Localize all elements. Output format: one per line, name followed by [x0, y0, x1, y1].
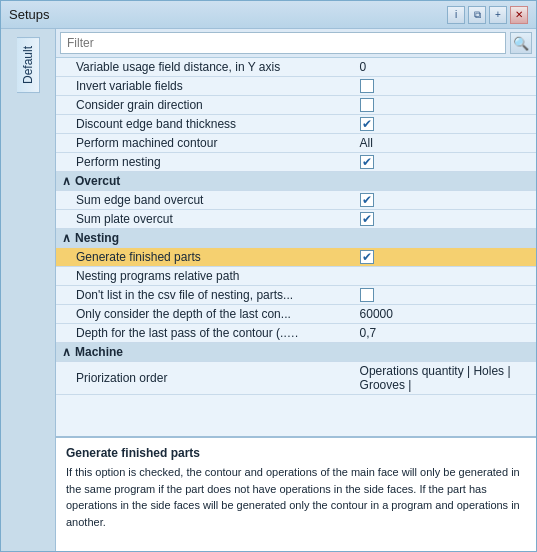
checkbox-checked-icon[interactable]: ✔ [360, 193, 374, 207]
table-row: Variable usage field distance, in Y axis… [56, 58, 536, 77]
table-row: Consider grain direction [56, 96, 536, 115]
section-header: ∧Machine [56, 343, 536, 362]
description-text: If this option is checked, the contour a… [66, 464, 526, 530]
value-cell: All [354, 134, 536, 153]
checkbox-unchecked-icon[interactable] [360, 288, 374, 302]
title-bar-buttons: i ⧉ + ✕ [447, 6, 528, 24]
table-row: Don't list in the csv file of nesting, p… [56, 286, 536, 305]
table-row: ➤ Generate finished parts ✔ [56, 248, 536, 267]
checkbox-checked-icon[interactable]: ✔ [360, 212, 374, 226]
filter-input[interactable] [60, 32, 506, 54]
setting-label: Perform nesting [56, 153, 354, 172]
setting-label: Depth for the last pass of the contour (… [56, 324, 354, 343]
setting-label: Nesting programs relative path [56, 267, 354, 286]
checkbox-cell[interactable]: ✔ [354, 248, 536, 267]
setting-label: Discount edge band thickness [56, 115, 354, 134]
section-label: ∧Nesting [56, 229, 536, 248]
checkbox-checked-icon[interactable]: ✔ [360, 155, 374, 169]
table-row: Only consider the depth of the last con.… [56, 305, 536, 324]
section-label: ∧Overcut [56, 172, 536, 191]
checkbox-unchecked-icon[interactable] [360, 98, 374, 112]
table-row: Priorization order Operations quantity |… [56, 362, 536, 395]
value-cell [354, 267, 536, 286]
table-row: Perform machined contour All [56, 134, 536, 153]
value-cell: 0 [354, 58, 536, 77]
setting-label: Sum edge band overcut [56, 191, 354, 210]
setting-label: Variable usage field distance, in Y axis [56, 58, 354, 77]
settings-table-container[interactable]: Variable usage field distance, in Y axis… [56, 58, 536, 436]
table-row: Depth for the last pass of the contour (… [56, 324, 536, 343]
table-row: Sum plate overcut ✔ [56, 210, 536, 229]
main-panel: 🔍 Variable usage field distance, in Y ax… [56, 29, 536, 551]
description-title: Generate finished parts [66, 446, 526, 460]
setting-label: Consider grain direction [56, 96, 354, 115]
section-header: ∧Nesting [56, 229, 536, 248]
checkbox-cell[interactable] [354, 96, 536, 115]
table-row: Perform nesting ✔ [56, 153, 536, 172]
section-header: ∧Overcut [56, 172, 536, 191]
table-row: Sum edge band overcut ✔ [56, 191, 536, 210]
table-row: Invert variable fields [56, 77, 536, 96]
checkbox-unchecked-icon[interactable] [360, 79, 374, 93]
close-button[interactable]: ✕ [510, 6, 528, 24]
checkbox-checked-icon[interactable]: ✔ [360, 250, 374, 264]
value-cell: 60000 [354, 305, 536, 324]
section-label: ∧Machine [56, 343, 536, 362]
setting-label: Only consider the depth of the last con.… [56, 305, 354, 324]
search-button[interactable]: 🔍 [510, 32, 532, 54]
checkbox-cell[interactable] [354, 286, 536, 305]
sidebar: Default [1, 29, 56, 551]
setting-label: Don't list in the csv file of nesting, p… [56, 286, 354, 305]
window-title: Setups [9, 7, 49, 22]
info-button[interactable]: i [447, 6, 465, 24]
checkbox-cell[interactable]: ✔ [354, 191, 536, 210]
filter-bar: 🔍 [56, 29, 536, 58]
checkbox-checked-icon[interactable]: ✔ [360, 117, 374, 131]
main-window: Setups i ⧉ + ✕ Default 🔍 Variable usage … [0, 0, 537, 552]
setting-label: Perform machined contour [56, 134, 354, 153]
sidebar-tab-default[interactable]: Default [17, 37, 40, 93]
settings-table: Variable usage field distance, in Y axis… [56, 58, 536, 395]
table-row: Nesting programs relative path [56, 267, 536, 286]
title-bar: Setups i ⧉ + ✕ [1, 1, 536, 29]
add-button[interactable]: + [489, 6, 507, 24]
table-row: Discount edge band thickness ✔ [56, 115, 536, 134]
checkbox-cell[interactable]: ✔ [354, 210, 536, 229]
content-area: Default 🔍 Variable usage field distance,… [1, 29, 536, 551]
setting-label: Sum plate overcut [56, 210, 354, 229]
checkbox-cell[interactable]: ✔ [354, 115, 536, 134]
setting-label: Priorization order [56, 362, 354, 395]
copy-button[interactable]: ⧉ [468, 6, 486, 24]
checkbox-cell[interactable] [354, 77, 536, 96]
checkbox-cell[interactable]: ✔ [354, 153, 536, 172]
setting-label: ➤ Generate finished parts [56, 248, 354, 267]
value-cell: Operations quantity | Holes | Grooves | [354, 362, 536, 395]
description-panel: Generate finished parts If this option i… [56, 436, 536, 551]
value-cell: 0,7 [354, 324, 536, 343]
setting-label: Invert variable fields [56, 77, 354, 96]
